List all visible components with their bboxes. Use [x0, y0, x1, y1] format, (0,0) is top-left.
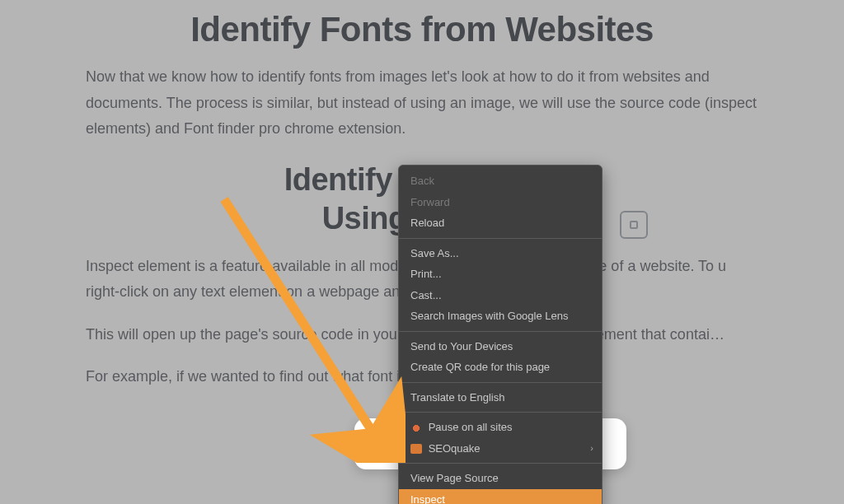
floating-widget-button[interactable]: [620, 211, 648, 239]
paragraph-1: Now that we know how to identify fonts f…: [86, 64, 758, 142]
menu-item-view-source[interactable]: View Page Source: [399, 468, 602, 489]
menu-separator: [399, 463, 602, 464]
menu-separator: [399, 412, 602, 413]
menu-item-forward[interactable]: Forward: [399, 192, 602, 213]
menu-item-seoquake-label: SEOquake: [429, 442, 481, 455]
browser-context-menu: Back Forward Reload Save As... Print... …: [398, 165, 603, 504]
menu-item-send-devices[interactable]: Send to Your Devices: [399, 336, 602, 357]
chevron-right-icon: ›: [590, 441, 593, 455]
square-icon: [630, 221, 638, 229]
seoquake-icon: [410, 444, 422, 454]
menu-item-print[interactable]: Print...: [399, 264, 602, 285]
menu-separator: [399, 238, 602, 239]
menu-item-pause-sites[interactable]: Pause on all sites: [399, 417, 602, 438]
section-heading-1: Identify Fonts from Websites: [86, 0, 758, 64]
menu-item-translate[interactable]: Translate to English: [399, 387, 602, 408]
menu-item-inspect[interactable]: Inspect: [399, 489, 602, 505]
menu-separator: [399, 331, 602, 332]
menu-item-save-as[interactable]: Save As...: [399, 243, 602, 264]
pause-extension-icon: [410, 423, 422, 433]
menu-item-pause-label: Pause on all sites: [429, 421, 513, 433]
menu-item-cast[interactable]: Cast...: [399, 285, 602, 306]
menu-item-search-lens[interactable]: Search Images with Google Lens: [399, 306, 602, 327]
menu-item-reload[interactable]: Reload: [399, 212, 602, 234]
menu-item-back[interactable]: Back: [399, 170, 602, 192]
menu-item-seoquake[interactable]: SEOquake ›: [399, 438, 602, 460]
menu-item-qr-code[interactable]: Create QR code for this page: [399, 357, 602, 378]
menu-separator: [399, 382, 602, 383]
